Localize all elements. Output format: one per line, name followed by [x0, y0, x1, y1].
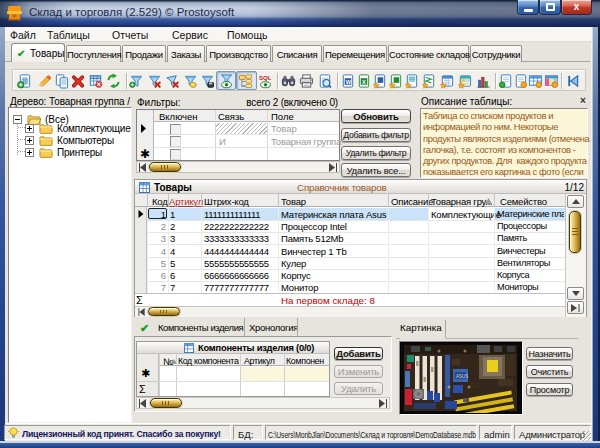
svg-text:SQL: SQL: [259, 74, 272, 81]
svg-text:X: X: [362, 79, 366, 85]
svg-text:ASUS: ASUS: [456, 374, 468, 379]
svg-text:W: W: [346, 79, 352, 85]
